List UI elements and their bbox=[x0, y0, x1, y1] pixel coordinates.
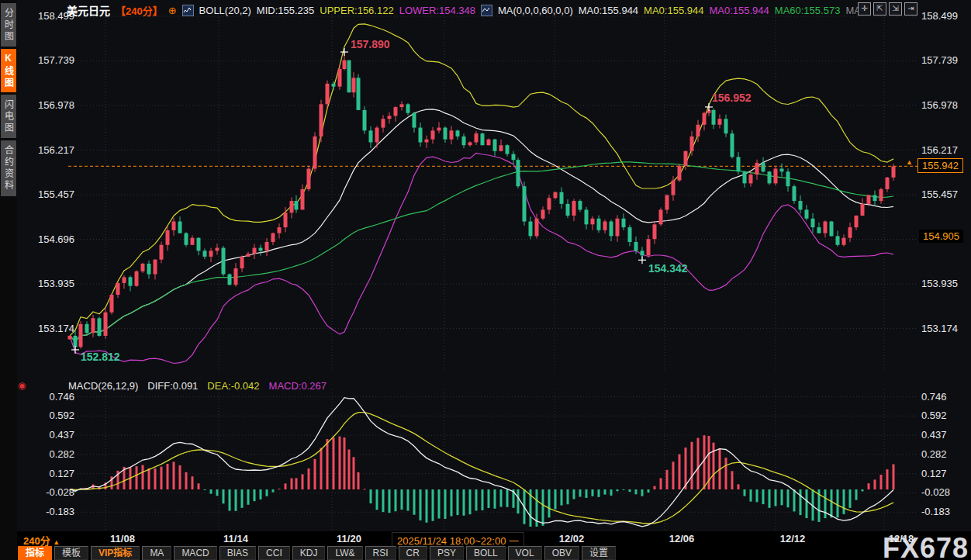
svg-text:154.342: 154.342 bbox=[648, 262, 688, 275]
time-axis-label: 12/02 bbox=[559, 533, 585, 544]
macd-diff-value: DIFF:0.091 bbox=[147, 380, 198, 392]
boll-lower-value: LOWER:154.348 bbox=[399, 5, 475, 16]
toolbar-button-MACD[interactable]: MACD bbox=[174, 546, 216, 560]
toolbar-button-LW&[interactable]: LW& bbox=[327, 546, 362, 560]
chart-tool-icons: ✛⇱⇲⇥ bbox=[858, 2, 917, 16]
timeframe-dropdown-arrow-icon: ▲ bbox=[53, 538, 60, 546]
toolbar-button-CR[interactable]: CR bbox=[399, 546, 427, 560]
macd-settings-icon[interactable]: ◉ bbox=[18, 380, 26, 391]
ma0-white-value: MA0:155.944 bbox=[579, 5, 638, 16]
toolbar-button-设置[interactable]: 设置 bbox=[582, 546, 616, 560]
toolbar-button-VIP指标[interactable]: VIP指标 bbox=[91, 546, 140, 560]
sidebar-tab-4[interactable]: 合约资料 bbox=[1, 140, 16, 196]
macd-header: MACD(26,12,9) DIFF:0.091 DEA:-0.042 MACD… bbox=[68, 380, 327, 392]
boll-label: BOLL(20,2) bbox=[199, 5, 251, 16]
toolbar-button-CCI[interactable]: CCI bbox=[258, 546, 290, 560]
ma0-magenta-value: MA0:155.944 bbox=[709, 5, 769, 16]
sidebar: 分时图K线图闪电图合约资料 bbox=[0, 0, 17, 560]
time-axis-label: 11/20 bbox=[337, 533, 361, 544]
toolbar-button-BIAS[interactable]: BIAS bbox=[219, 546, 256, 560]
current-price-badge: 155.942 bbox=[917, 158, 963, 173]
macd-title: MACD(26,12,9) bbox=[68, 380, 138, 392]
toolbar-button-PSY[interactable]: PSY bbox=[430, 546, 464, 560]
macd-dea-value: DEA:-0.042 bbox=[207, 380, 259, 392]
sidebar-tab-2[interactable]: K线图 bbox=[1, 49, 16, 92]
crosshair-icon[interactable]: ✛ bbox=[858, 2, 871, 16]
boll-mid-value: MID:155.235 bbox=[257, 5, 314, 16]
sidebar-tab-3[interactable]: 闪电图 bbox=[1, 95, 16, 138]
timeframe-text: 240分 bbox=[23, 535, 50, 547]
macd-macd-value: MACD:0.267 bbox=[269, 380, 327, 392]
ma0-yellow-value: MA0:155.944 bbox=[644, 5, 703, 16]
pan-right-icon[interactable]: ⇥ bbox=[904, 2, 917, 16]
toolbar-button-VOL[interactable]: VOL bbox=[508, 546, 542, 560]
time-axis-label: 12/06 bbox=[669, 533, 695, 544]
svg-text:152.812: 152.812 bbox=[81, 351, 120, 363]
time-axis-bar: 240分 ▲ 2025/11/24 18:00~22:00 一 11/0811/… bbox=[17, 531, 971, 545]
candlestick-chart[interactable]: 152.812157.890154.342156.952 bbox=[0, 0, 971, 560]
indicator-toolbar: 指标模板VIP指标MAMACDBIASCCIKDJLW&RSICRPSYBOLL… bbox=[18, 546, 616, 560]
trading-app-window: 152.812157.890154.342156.952 分时图K线图闪电图合约… bbox=[0, 0, 971, 560]
axis-zoom-in-icon[interactable]: ⇱ bbox=[873, 2, 886, 16]
time-axis-label: 12/12 bbox=[780, 533, 806, 544]
axis-zoom-out-icon[interactable]: ⇲ bbox=[889, 2, 902, 16]
toolbar-button-KDJ[interactable]: KDJ bbox=[292, 546, 326, 560]
sidebar-tab-1[interactable]: 分时图 bbox=[1, 3, 16, 47]
price-marker-arrow-icon: ▲ bbox=[906, 158, 913, 166]
toolbar-button-MA[interactable]: MA bbox=[142, 546, 171, 560]
toolbar-button-BOLL[interactable]: BOLL bbox=[466, 546, 506, 560]
symbol-name: 美元日元 bbox=[67, 2, 110, 18]
chart-header: 美元日元 【240分】 ⊕ BOLL(20,2) MID:155.235 UPP… bbox=[67, 2, 869, 18]
toolbar-button-指标[interactable]: 指标 bbox=[18, 546, 52, 560]
boll-indicator-icon[interactable] bbox=[182, 5, 194, 16]
watermark-logo: FX678 bbox=[883, 532, 969, 560]
ma-indicator-icon[interactable] bbox=[481, 5, 492, 16]
toolbar-button-RSI[interactable]: RSI bbox=[365, 546, 396, 560]
ma-label: MA(0,0,0,60,0,0) bbox=[498, 5, 573, 16]
svg-text:157.890: 157.890 bbox=[351, 38, 390, 50]
ma60-value: MA60:155.573 bbox=[775, 5, 841, 16]
selected-price-badge: 154.905 bbox=[919, 230, 963, 243]
svg-text:156.952: 156.952 bbox=[712, 92, 752, 104]
time-axis-label: 11/08 bbox=[110, 533, 135, 544]
toolbar-button-OBV[interactable]: OBV bbox=[544, 546, 579, 560]
boll-upper-value: UPPER:156.122 bbox=[320, 5, 393, 16]
time-axis-label: 11/14 bbox=[223, 533, 248, 544]
target-icon[interactable]: ⊕ bbox=[168, 5, 177, 16]
toolbar-button-模板[interactable]: 模板 bbox=[54, 546, 88, 560]
timeframe-label[interactable]: 【240分】 bbox=[116, 3, 163, 18]
